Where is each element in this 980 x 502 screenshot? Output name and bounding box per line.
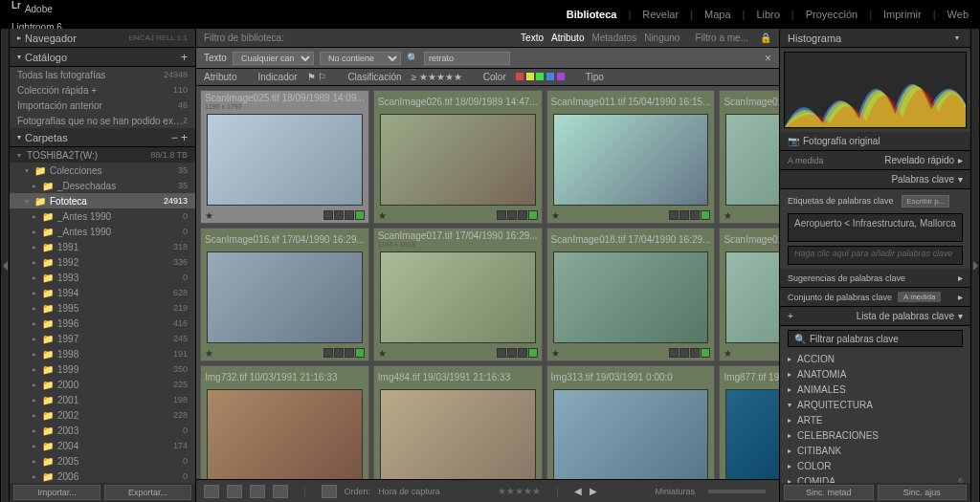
folder-row[interactable]: ▸📁_Antes 19900 bbox=[10, 208, 195, 224]
play-button[interactable]: ▶ bbox=[590, 486, 597, 496]
catalog-item[interactable]: Todas las fotografías24948 bbox=[10, 67, 195, 82]
keyword-filter-input[interactable]: 🔍Filtrar palabras clave bbox=[788, 330, 963, 347]
volume-row[interactable]: ▾TOSHIBA2T(W:)88/1.8 TB bbox=[10, 147, 195, 163]
catalog-item[interactable]: Importación anterior46 bbox=[10, 98, 195, 113]
text-rule-select[interactable]: No contiene bbox=[320, 52, 401, 65]
folder-row[interactable]: ▸📁1999350 bbox=[10, 361, 195, 377]
thumbnail-cell[interactable]: Img877.tif 19/03/1991 0:00:00 ★ bbox=[719, 365, 779, 479]
folder-row[interactable]: ▸📁20030 bbox=[10, 423, 195, 438]
keyword-item[interactable]: ▸ANIMALES bbox=[780, 382, 970, 397]
folder-row[interactable]: ▸📁20060 bbox=[10, 469, 195, 483]
thumbnail-cell[interactable]: ScanImage017.tif 17/04/1990 16:29...1194… bbox=[373, 228, 543, 361]
folder-row[interactable]: ▾📁Colecciones35 bbox=[10, 163, 195, 178]
catalog-item[interactable]: Colección rápida +110 bbox=[10, 82, 195, 98]
module-tab-proyección[interactable]: Proyección bbox=[806, 9, 858, 20]
folder-row[interactable]: ▸📁1992336 bbox=[10, 254, 195, 270]
export-button[interactable]: Exportar... bbox=[104, 485, 191, 500]
thumb-size-slider[interactable] bbox=[708, 490, 766, 493]
text-filter-input[interactable] bbox=[424, 52, 510, 65]
original-photo-row[interactable]: 📷Fotografía original bbox=[780, 132, 970, 151]
thumbnail-cell[interactable]: Img732.tif 10/03/1991 21:16:33 ★ bbox=[200, 365, 369, 479]
folder-row[interactable]: ▸📁1994628 bbox=[10, 285, 195, 300]
keyword-item[interactable]: ▸CELEBRACIONES bbox=[780, 427, 970, 443]
thumbnail-cell[interactable]: ScanImage016.tif 17/04/1990 16:29... ★ bbox=[200, 228, 369, 361]
lock-icon[interactable]: 🔒 bbox=[760, 33, 771, 43]
attr-atributo: Atributo bbox=[204, 72, 236, 82]
keyword-list-header[interactable]: +Lista de palabras clave▾ bbox=[780, 307, 970, 326]
left-panel-toggle[interactable] bbox=[0, 29, 10, 502]
quick-develop-header[interactable]: A medidaRevelado rápido▸ bbox=[780, 151, 970, 170]
keyword-item[interactable]: ▸COMIDA6 bbox=[780, 473, 970, 483]
import-button[interactable]: Importar... bbox=[13, 485, 100, 500]
close-filter-icon[interactable]: × bbox=[765, 52, 771, 65]
filter-preset[interactable]: Filtro a me... bbox=[695, 33, 748, 43]
sort-value[interactable]: Hora de captura bbox=[378, 487, 440, 496]
compare-view-button[interactable] bbox=[250, 485, 265, 498]
thumbnail-cell[interactable]: ScanImage026.tif 18/09/1989 14:47... ★ bbox=[373, 90, 543, 224]
keyword-write-button[interactable]: Escribir p... bbox=[902, 195, 949, 207]
thumbnail-cell[interactable]: ScanImage018.tif 17/04/1990 16:29... ★ bbox=[546, 228, 716, 361]
folder-row[interactable]: ▸📁_Desechadas35 bbox=[10, 178, 195, 193]
rating-stars[interactable]: ★★★★★ bbox=[498, 486, 541, 496]
filter-tab-metadatos[interactable]: Metadatos bbox=[591, 33, 636, 43]
right-panel-toggle[interactable] bbox=[970, 29, 980, 502]
keyword-item[interactable]: ▸CITIBANK bbox=[780, 443, 970, 458]
folder-row[interactable]: ▸📁2002228 bbox=[10, 407, 195, 423]
keywords-header[interactable]: Palabras clave▾ bbox=[780, 170, 970, 189]
thumbnail-cell[interactable]: ScanImage012.tif 15/04/1990 16:19... ★ bbox=[719, 90, 779, 224]
filter-tab-atributo[interactable]: Atributo bbox=[551, 33, 584, 43]
folder-row[interactable]: ▸📁19930 bbox=[10, 270, 195, 285]
keyword-item[interactable]: ▸ANATOMIA bbox=[780, 366, 970, 382]
folder-row[interactable]: ▸📁1996416 bbox=[10, 316, 195, 331]
filter-tab-texto[interactable]: Texto bbox=[521, 33, 544, 43]
thumbnail-cell[interactable]: Img313.tif 19/03/1991 0:00:0 ★ bbox=[546, 365, 716, 479]
folder-row[interactable]: ▸📁20050 bbox=[10, 453, 195, 469]
folder-row[interactable]: ▸📁_Antes 19900 bbox=[10, 224, 195, 239]
folder-row[interactable]: ▾📁Fototeca24913 bbox=[10, 193, 195, 208]
current-keywords[interactable]: Aeropuerto < Infraestructura, Mallorca bbox=[788, 213, 963, 242]
catalog-header[interactable]: ▾Catálogo+ bbox=[10, 48, 195, 67]
attr-color[interactable]: Color bbox=[483, 72, 506, 82]
histogram-header[interactable]: Histograma▾ bbox=[780, 29, 970, 48]
attr-indicador[interactable]: Indicador bbox=[257, 72, 297, 82]
folder-row[interactable]: ▸📁1991318 bbox=[10, 239, 195, 254]
attr-tipo[interactable]: Tipo bbox=[586, 72, 604, 82]
module-tab-web[interactable]: Web bbox=[947, 9, 969, 20]
catalog-item[interactable]: Fotografías que no se han podido exp...2 bbox=[10, 113, 195, 128]
keyword-suggestions-header[interactable]: Sugerencias de palabras clave▸ bbox=[780, 269, 970, 288]
keyword-set-header[interactable]: Conjunto de palabras claveA medida▸ bbox=[780, 288, 970, 307]
folder-row[interactable]: ▸📁2000225 bbox=[10, 377, 195, 392]
module-tab-revelar[interactable]: Revelar bbox=[642, 9, 679, 20]
module-tab-biblioteca[interactable]: Biblioteca bbox=[567, 9, 617, 20]
thumbnail-cell[interactable]: Img484.tif 19/03/1991 21:16:33 ★ bbox=[373, 365, 543, 479]
keyword-item[interactable]: ▸ACCION bbox=[780, 351, 970, 366]
sync-settings-button[interactable]: Sinc. ajus bbox=[878, 485, 968, 500]
folder-row[interactable]: ▸📁1997245 bbox=[10, 331, 195, 346]
module-tab-imprimir[interactable]: Imprimir bbox=[883, 9, 922, 20]
filter-label: Filtro de biblioteca: bbox=[204, 33, 284, 43]
folder-row[interactable]: ▸📁2001198 bbox=[10, 392, 195, 407]
keyword-item[interactable]: ▾ARQUITECTURA bbox=[780, 397, 970, 412]
grid-view-button[interactable] bbox=[204, 485, 219, 498]
folders-header[interactable]: ▾Carpetas− + bbox=[10, 128, 195, 147]
attr-clasificación[interactable]: Clasificación bbox=[347, 72, 401, 82]
sync-metadata-button[interactable]: Sinc. metad bbox=[784, 485, 874, 500]
folder-row[interactable]: ▸📁2004174 bbox=[10, 438, 195, 453]
text-field-select[interactable]: Cualquier campo en... bbox=[233, 52, 314, 65]
loupe-view-button[interactable] bbox=[227, 485, 242, 498]
prev-button[interactable]: ◀ bbox=[574, 486, 582, 496]
navigator-header[interactable]: ▸NavegadorENCAJ RELL 1:1 bbox=[10, 29, 195, 48]
keyword-item[interactable]: ▸COLOR bbox=[780, 458, 970, 473]
thumbnail-cell[interactable]: ScanImage019.tif 17/04/1990 16:29... ★ bbox=[719, 228, 779, 361]
thumbnail-cell[interactable]: ScanImage011.tif 15/04/1990 16:15... ★ bbox=[546, 90, 716, 224]
survey-view-button[interactable] bbox=[273, 485, 288, 498]
folder-row[interactable]: ▸📁1995219 bbox=[10, 300, 195, 316]
thumbnail-cell[interactable]: ScanImage025.tif 18/09/1989 14:09...1195… bbox=[200, 90, 369, 224]
module-tab-mapa[interactable]: Mapa bbox=[704, 9, 731, 20]
filter-tab-ninguno[interactable]: Ninguno bbox=[644, 33, 679, 43]
add-keyword-input[interactable]: Haga clic aquí para añadir palabras clav… bbox=[788, 246, 963, 265]
module-tab-libro[interactable]: Libro bbox=[756, 9, 779, 20]
keyword-item[interactable]: ▸ARTE bbox=[780, 412, 970, 427]
folder-row[interactable]: ▸📁1998191 bbox=[10, 346, 195, 361]
painter-tool[interactable] bbox=[322, 485, 337, 498]
